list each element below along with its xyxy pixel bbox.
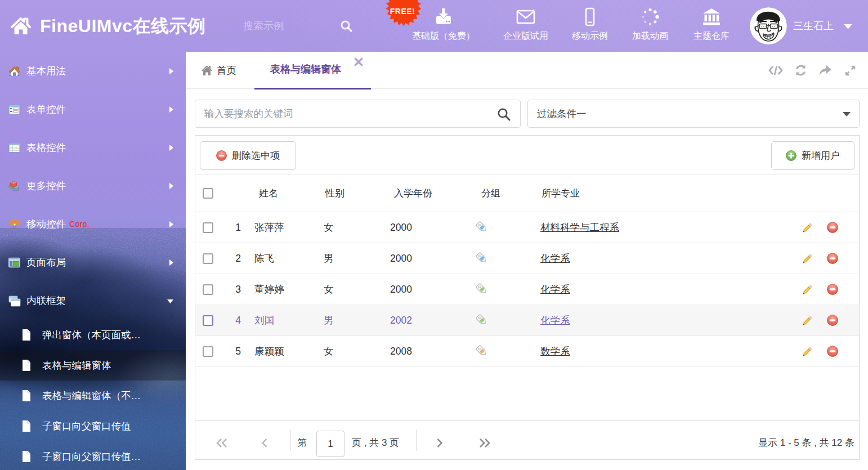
- sidebar-item-label: 表格控件: [26, 141, 66, 154]
- column-header-name[interactable]: 姓名: [259, 175, 278, 212]
- major-link[interactable]: 化学系: [540, 314, 570, 327]
- keyword-search-placeholder: 输入要搜索的关键词: [204, 100, 293, 127]
- delete-row-icon[interactable]: [827, 305, 838, 335]
- delete-row-icon[interactable]: [827, 212, 838, 243]
- major-link[interactable]: 化学系: [540, 252, 570, 265]
- nav-loading-animation[interactable]: 加载动画: [632, 0, 668, 52]
- column-header-major[interactable]: 所学专业: [542, 175, 580, 212]
- user-menu-caret-icon[interactable]: [843, 24, 853, 30]
- delete-row-icon[interactable]: [827, 336, 838, 366]
- edit-pencil-icon[interactable]: [802, 243, 813, 274]
- row-number: 4: [227, 305, 249, 335]
- edit-pencil-icon[interactable]: [802, 212, 813, 243]
- last-page-icon[interactable]: [478, 423, 491, 462]
- major-link[interactable]: 化学系: [540, 283, 570, 296]
- header: FineUIMvc在线示例 搜索示例 FREE! 基础版（免费）: [0, 0, 868, 52]
- edit-pencil-icon[interactable]: [802, 274, 813, 305]
- sidebar-item-basic-usage[interactable]: 基本用法: [0, 52, 186, 90]
- column-header-group[interactable]: 分组: [481, 175, 500, 212]
- user-avatar[interactable]: [750, 7, 787, 44]
- header-search-input[interactable]: 搜索示例: [243, 0, 284, 52]
- grid-row-4[interactable]: 4 刘国 男 2002 化学系: [195, 305, 859, 336]
- app-window: FineUIMvc在线示例 搜索示例 FREE! 基础版（免费）: [0, 0, 868, 470]
- chevron-right-icon: [169, 106, 174, 113]
- corp-badge: Corp.: [69, 220, 89, 229]
- grid-row-2[interactable]: 2 陈飞 男 2000 化学系: [195, 243, 859, 274]
- row-checkbox[interactable]: [203, 315, 213, 326]
- select-all-checkbox[interactable]: [203, 188, 213, 199]
- row-checkbox[interactable]: [203, 253, 213, 264]
- row-number: 3: [227, 274, 249, 305]
- next-page-icon[interactable]: [436, 423, 444, 462]
- sidebar-item-mobile-controls[interactable]: 移动控件Corp.: [0, 205, 186, 243]
- search-icon[interactable]: [496, 107, 511, 122]
- submenu-item-label: 表格与编辑窗体（不…: [42, 389, 141, 402]
- delete-row-icon[interactable]: [827, 243, 838, 274]
- submenu-item-child-to-parent-2[interactable]: 子窗口向父窗口传值…: [0, 441, 186, 470]
- main-content: 首页 表格与编辑窗体: [186, 52, 868, 470]
- sidebar-item-more-controls[interactable]: 更多控件: [0, 167, 186, 205]
- sidebar-item-page-layout[interactable]: 页面布局: [0, 243, 186, 281]
- sidebar-item-label: 基本用法: [26, 64, 66, 78]
- delete-row-icon[interactable]: [827, 274, 838, 305]
- cell-name: 董婷婷: [254, 274, 284, 305]
- cell-checkbox: [203, 212, 213, 243]
- major-link[interactable]: 数学系: [540, 344, 570, 358]
- sidebar-item-grid-controls[interactable]: 表格控件: [0, 128, 186, 167]
- sidebar-submenu: 弹出窗体（本页面或… 表格与编辑窗体 表格与编辑窗体（不… 子窗口向父窗口传值: [0, 320, 186, 470]
- sidebar-item-form-controls[interactable]: 表单控件: [0, 90, 186, 128]
- column-header-year[interactable]: 入学年份: [394, 175, 432, 212]
- add-user-button[interactable]: 新增用户: [771, 141, 854, 170]
- nav-basic-edition[interactable]: 基础版（免费）: [412, 0, 475, 52]
- submenu-item-child-to-parent[interactable]: 子窗口向父窗口传值: [0, 411, 186, 441]
- submenu-item-label: 弹出窗体（本页面或…: [42, 328, 141, 342]
- layout-icon: [8, 257, 20, 268]
- tab-home[interactable]: 首页: [201, 52, 236, 89]
- chevron-right-icon: [169, 68, 174, 75]
- row-checkbox[interactable]: [203, 284, 213, 295]
- cell-major: 化学系: [540, 274, 570, 305]
- house-icon: [8, 65, 20, 77]
- nav-mobile-demo[interactable]: 移动示例: [572, 0, 608, 52]
- tab-toolbar: [763, 52, 862, 89]
- user-name[interactable]: 三生石上: [793, 0, 834, 52]
- sidebar-item-iframe[interactable]: 内联框架: [0, 281, 186, 320]
- submenu-item-popup-window[interactable]: 弹出窗体（本页面或…: [0, 320, 186, 350]
- brand-home-icon[interactable]: [10, 14, 32, 38]
- tab-close-icon[interactable]: [354, 57, 363, 66]
- tab-grid-edit-window[interactable]: 表格与编辑窗体: [254, 52, 371, 89]
- filter-dropdown[interactable]: 过滤条件一: [527, 100, 860, 128]
- grid-row-3[interactable]: 3 董婷婷 女 2000 化学系: [195, 274, 859, 305]
- row-checkbox[interactable]: [203, 222, 213, 233]
- refresh-icon[interactable]: [788, 58, 813, 83]
- major-link[interactable]: 材料科学与工程系: [540, 221, 619, 234]
- first-page-icon[interactable]: [216, 423, 228, 462]
- grid-row-5[interactable]: 5 康颖颖 女 2008 数学系: [195, 336, 859, 367]
- nav-theme-repository[interactable]: 主题仓库: [693, 0, 730, 52]
- sidebar: 基本用法 表单控件: [0, 52, 186, 470]
- prev-page-icon[interactable]: [261, 423, 268, 462]
- header-search-placeholder: 搜索示例: [243, 20, 284, 32]
- grid-row-1[interactable]: 1 张萍萍 女 2000 材料科学与工程系: [195, 212, 859, 243]
- filter-row: 输入要搜索的关键词 过滤条件一: [195, 100, 860, 128]
- submenu-item-grid-edit-window-2[interactable]: 表格与编辑窗体（不…: [0, 381, 186, 411]
- windows-icon: [8, 295, 21, 307]
- source-code-icon[interactable]: [763, 58, 788, 83]
- column-header-gender[interactable]: 性别: [325, 175, 344, 212]
- row-checkbox[interactable]: [203, 346, 213, 357]
- delete-selected-button[interactable]: 删除选中项: [200, 141, 296, 170]
- submenu-item-grid-edit-window[interactable]: 表格与编辑窗体: [0, 350, 186, 381]
- nav-label: 企业版试用: [503, 30, 548, 42]
- tag-icon: [475, 336, 489, 366]
- header-search-icon[interactable]: [339, 19, 353, 33]
- grid-toolbar: 删除选中项 新增用户: [195, 136, 859, 175]
- edit-pencil-icon[interactable]: [802, 305, 813, 335]
- envelope-icon: [516, 7, 536, 26]
- share-icon[interactable]: [813, 58, 838, 83]
- keyword-search-input[interactable]: 输入要搜索的关键词: [195, 100, 521, 128]
- page-number-input[interactable]: 1: [316, 431, 344, 457]
- edit-pencil-icon[interactable]: [802, 336, 813, 366]
- tab-bar: 首页 表格与编辑窗体: [186, 52, 868, 89]
- nav-enterprise-trial[interactable]: 企业版试用: [503, 0, 548, 52]
- expand-icon[interactable]: [838, 58, 862, 83]
